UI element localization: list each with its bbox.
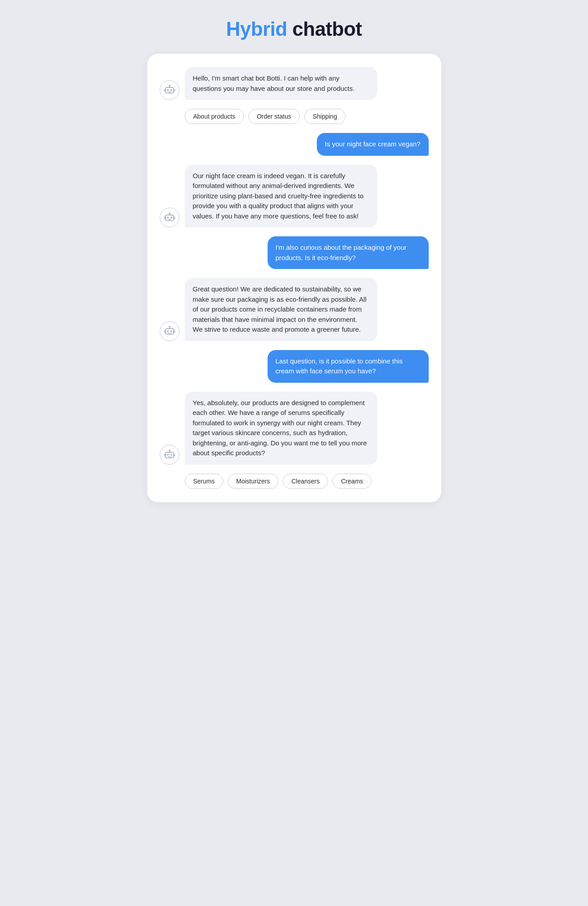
bot-message-row: Great question! We are dedicated to sust… (160, 278, 429, 341)
chip-serums[interactable]: Serums (185, 474, 223, 489)
bot-bubble: Great question! We are dedicated to sust… (185, 278, 377, 341)
svg-rect-27 (174, 454, 175, 456)
svg-rect-12 (164, 217, 166, 219)
user-message-row: I'm also curious about the packaging of … (160, 236, 429, 269)
svg-point-18 (170, 330, 172, 332)
svg-point-24 (167, 454, 168, 455)
svg-point-25 (170, 454, 172, 455)
chat-container: Hello, I'm smart chat bot Botti. I can h… (147, 54, 441, 502)
svg-point-16 (169, 326, 170, 327)
svg-rect-13 (174, 217, 175, 219)
chips-row: SerumsMoisturizersCleansersCreams (160, 474, 429, 489)
bot-bubble: Our night face cream is indeed vegan. It… (185, 165, 377, 228)
svg-point-3 (167, 89, 168, 90)
svg-point-4 (170, 89, 172, 90)
bot-avatar (160, 80, 179, 100)
svg-rect-6 (174, 90, 175, 91)
user-bubble: Is your night face cream vegan? (317, 133, 428, 156)
user-bubble: I'm also curious about the packaging of … (268, 236, 429, 269)
svg-rect-26 (164, 454, 166, 456)
page-title: Hybrid chatbot (226, 18, 362, 40)
svg-point-11 (170, 217, 172, 218)
bot-bubble: Yes, absolutely, our products are design… (185, 392, 377, 465)
user-message-row: Is your night face cream vegan? (160, 133, 429, 156)
user-bubble: Last question, is it possible to combine… (268, 350, 429, 383)
svg-point-2 (169, 85, 170, 86)
bot-message-row: Yes, absolutely, our products are design… (160, 392, 429, 465)
svg-rect-5 (164, 90, 166, 91)
svg-point-9 (169, 213, 170, 214)
title-highlight: Hybrid (226, 18, 287, 40)
bot-bubble: Hello, I'm smart chat bot Botti. I can h… (185, 67, 377, 100)
title-normal: chatbot (287, 18, 362, 40)
bot-avatar (160, 445, 179, 465)
bot-avatar (160, 321, 179, 341)
bot-message-row: Our night face cream is indeed vegan. It… (160, 165, 429, 228)
chip-order-status[interactable]: Order status (248, 109, 300, 124)
bot-avatar (160, 208, 179, 227)
chip-cleansers[interactable]: Cleansers (283, 474, 328, 489)
chip-creams[interactable]: Creams (332, 474, 371, 489)
bot-message-row: Hello, I'm smart chat bot Botti. I can h… (160, 67, 429, 100)
svg-point-17 (167, 330, 168, 332)
svg-point-23 (169, 449, 170, 451)
chips-row: About productsOrder statusShipping (160, 109, 429, 124)
svg-rect-19 (164, 330, 166, 332)
user-message-row: Last question, is it possible to combine… (160, 350, 429, 383)
page-wrapper: Hybrid chatbot Hello, I'm smart chat bot… (147, 18, 441, 502)
svg-point-10 (167, 217, 168, 218)
svg-rect-20 (174, 330, 175, 332)
chip-moisturizers[interactable]: Moisturizers (228, 474, 278, 489)
chip-shipping[interactable]: Shipping (304, 109, 346, 124)
chip-about-products[interactable]: About products (185, 109, 244, 124)
